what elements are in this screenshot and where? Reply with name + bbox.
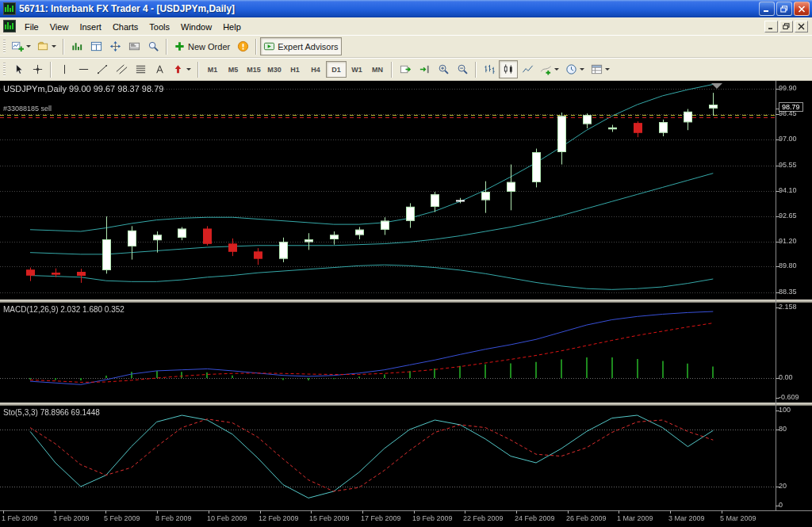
template-icon xyxy=(591,63,603,75)
horizontal-line-button[interactable] xyxy=(74,60,93,78)
chart-shift-button[interactable] xyxy=(415,60,434,78)
price-tick-label: 91.20 xyxy=(779,237,797,245)
restore-button[interactable] xyxy=(776,2,792,16)
new-order-button[interactable]: New Order xyxy=(170,37,233,55)
data-window-button[interactable] xyxy=(86,37,105,55)
toolbar-separator xyxy=(197,62,199,78)
zoom-in-button[interactable] xyxy=(434,60,453,78)
date-label: 22 Feb 2009 xyxy=(463,514,504,522)
channel-button[interactable] xyxy=(112,60,131,78)
menu-bar: FileViewInsertChartsToolsWindowHelp xyxy=(0,17,812,35)
title-bar: 56711: Interbank FX Trader 4 - [USDJPYm,… xyxy=(0,0,812,17)
timeframe-w1-button[interactable]: W1 xyxy=(347,61,367,78)
macd-tick-label: 2.158 xyxy=(779,303,797,311)
sto-header: Sto(5,3,3) 78.8966 69.1448 xyxy=(3,408,100,417)
expert-advisors-button[interactable]: Expert Advisors xyxy=(260,37,341,55)
dropdown-arrow-icon[interactable] xyxy=(26,45,31,48)
minimize-button[interactable] xyxy=(759,2,775,16)
line-chart-button[interactable] xyxy=(518,60,537,78)
timeframe-h1-button[interactable]: H1 xyxy=(285,61,305,78)
trendline-button[interactable] xyxy=(93,60,112,78)
date-label: 26 Feb 2009 xyxy=(566,514,607,522)
crosshair-icon xyxy=(32,63,44,75)
navigator-icon xyxy=(109,40,121,52)
market-watch-button[interactable] xyxy=(67,37,86,55)
toolbar-separator xyxy=(50,62,52,78)
menu-items: FileViewInsertChartsToolsWindowHelp xyxy=(19,19,247,33)
sto-tick-label: 100 xyxy=(779,406,791,414)
sto-tick-label: 20 xyxy=(779,482,787,490)
date-label: 12 Feb 2009 xyxy=(259,514,299,522)
toolbar-separator xyxy=(475,62,477,78)
menu-tools[interactable]: Tools xyxy=(144,20,175,34)
vline-icon xyxy=(59,63,71,75)
menu-window[interactable]: Window xyxy=(175,20,217,34)
arrows-tool-button[interactable] xyxy=(169,60,194,78)
timeframe-h4-button[interactable]: H4 xyxy=(305,61,326,78)
timeframe-m5-button[interactable]: M5 xyxy=(223,61,243,78)
toolbar-separator xyxy=(255,39,257,55)
price-tick-label: 98.45 xyxy=(779,109,797,117)
dropdown-arrow-icon[interactable] xyxy=(554,68,559,71)
linechart-icon xyxy=(522,63,534,75)
crosshair-button[interactable] xyxy=(28,60,47,78)
menu-insert[interactable]: Insert xyxy=(74,20,107,34)
button-label: M15 xyxy=(247,66,261,74)
marketwatch-icon xyxy=(71,40,83,52)
cursor-button[interactable] xyxy=(9,60,28,78)
navigator-button[interactable] xyxy=(105,37,124,55)
timeframe-m15-button[interactable]: M15 xyxy=(243,61,264,78)
vertical-line-button[interactable] xyxy=(55,60,74,78)
menu-view[interactable]: View xyxy=(44,20,75,34)
auto-scroll-button[interactable] xyxy=(396,60,415,78)
date-label: 10 Feb 2009 xyxy=(207,514,247,522)
textA-icon xyxy=(154,63,166,75)
date-label: 17 Feb 2009 xyxy=(361,514,401,522)
menu-help[interactable]: Help xyxy=(217,20,247,34)
timeframe-d1-button[interactable]: D1 xyxy=(326,61,347,78)
date-label: 3 Feb 2009 xyxy=(53,514,90,522)
mdi-restore-button[interactable] xyxy=(779,21,793,32)
timeframe-m1-button[interactable]: M1 xyxy=(202,61,223,78)
chart-system-icon[interactable] xyxy=(3,20,16,32)
dropdown-arrow-icon[interactable] xyxy=(605,68,610,71)
mt4-window: 56711: Interbank FX Trader 4 - [USDJPYm,… xyxy=(0,0,812,527)
timeframe-mn-button[interactable]: MN xyxy=(367,61,388,78)
dropdown-arrow-icon[interactable] xyxy=(580,68,584,71)
zoom-out-button[interactable] xyxy=(453,60,472,78)
candlestick-chart-button[interactable] xyxy=(499,60,518,78)
trendline-icon xyxy=(97,63,109,75)
close-button[interactable] xyxy=(794,2,810,16)
fibonacci-button[interactable] xyxy=(131,60,150,78)
indicators-button[interactable] xyxy=(537,60,562,78)
profiles-button[interactable] xyxy=(34,37,59,55)
text-tool-button[interactable] xyxy=(150,60,169,78)
toolbar-grip[interactable] xyxy=(3,63,6,77)
strategy-tester-button[interactable] xyxy=(144,37,163,55)
cursor-icon xyxy=(13,63,25,75)
menu-file[interactable]: File xyxy=(19,20,44,34)
mdi-close-button[interactable] xyxy=(795,21,808,32)
periods-button[interactable] xyxy=(562,60,588,78)
timeframe-m30-button[interactable]: M30 xyxy=(264,61,285,78)
alert-button[interactable] xyxy=(233,37,252,55)
mdi-window-controls xyxy=(764,21,810,32)
new-chart-button[interactable] xyxy=(9,37,34,55)
price-tick-label: 92.65 xyxy=(779,212,797,220)
mdi-minimize-button[interactable] xyxy=(764,21,778,32)
dropdown-arrow-icon[interactable] xyxy=(186,68,191,71)
menu-charts[interactable]: Charts xyxy=(107,20,144,34)
price-tick-label: 88.35 xyxy=(779,288,797,296)
terminal-button[interactable] xyxy=(124,37,144,55)
price-chart-canvas[interactable] xyxy=(0,81,812,527)
button-label: New Order xyxy=(188,42,230,52)
sto-tick-label: 80 xyxy=(779,425,787,433)
dropdown-arrow-icon[interactable] xyxy=(52,45,56,48)
hline-icon xyxy=(78,63,90,75)
toolbar-grip[interactable] xyxy=(3,40,6,54)
templates-button[interactable] xyxy=(588,60,613,78)
button-label: W1 xyxy=(351,66,362,74)
ea-icon xyxy=(263,40,275,52)
clock-icon xyxy=(565,63,577,75)
bar-chart-button[interactable] xyxy=(480,60,499,78)
